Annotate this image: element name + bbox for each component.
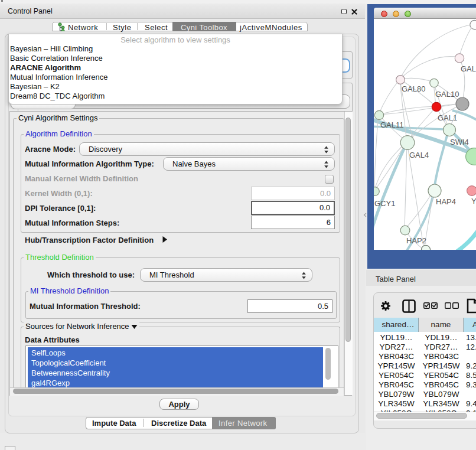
svg-text:YMR: YMR xyxy=(471,197,476,206)
svg-text:SWI4: SWI4 xyxy=(450,138,469,146)
svg-text:HAP2: HAP2 xyxy=(406,236,426,245)
svg-text:GAL10: GAL10 xyxy=(435,90,459,99)
svg-text:GAL4: GAL4 xyxy=(409,151,429,159)
svg-text:GAL1: GAL1 xyxy=(438,113,457,122)
svg-text:GAL11: GAL11 xyxy=(380,120,404,129)
svg-text:GAL80: GAL80 xyxy=(402,84,425,93)
svg-text:GAL2: GAL2 xyxy=(461,64,476,73)
svg-text:HAP4: HAP4 xyxy=(436,197,456,206)
svg-text:GCY1: GCY1 xyxy=(374,199,395,208)
